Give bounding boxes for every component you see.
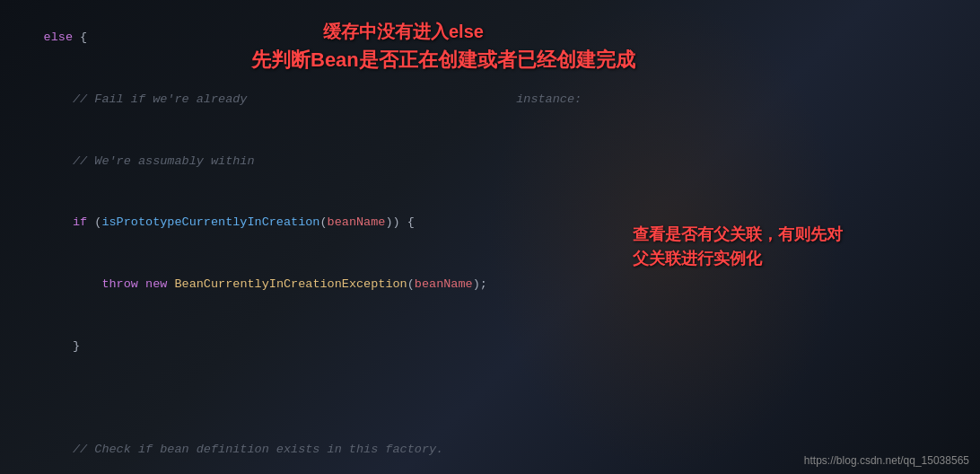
watermark: https://blog.csdn.net/qq_15038565 xyxy=(804,454,969,467)
fn-isprototype: isPrototypeCurrentlyInCreation xyxy=(101,215,319,229)
code-container: else { // Fail if we're already instance… xyxy=(0,0,980,474)
keyword-throw: throw xyxy=(101,277,138,291)
code-line-5: throw new BeanCurrentlyInCreationExcepti… xyxy=(0,254,980,316)
code-line-1: else { xyxy=(0,7,980,69)
var-beanname-1: beanName xyxy=(328,215,386,229)
comment-check: // Check if bean definition exists in th… xyxy=(73,443,443,456)
code-line-8 xyxy=(0,399,980,419)
keyword-new: new xyxy=(145,277,167,291)
code-line-4: if (isPrototypeCurrentlyInCreation(beanN… xyxy=(0,192,980,254)
type-beancurrently: BeanCurrentlyInCreationException xyxy=(174,277,407,291)
comment-fail: // Fail if we're already xyxy=(73,92,255,106)
comment-assumably: // We're assumably within xyxy=(73,154,255,168)
code-line-2: // Fail if we're already instance: xyxy=(0,69,980,131)
var-beanname-2: beanName xyxy=(415,277,473,291)
code-line-6: } xyxy=(0,316,980,378)
code-line-3: // We're assumably within xyxy=(0,131,980,193)
code-line-7 xyxy=(0,378,980,399)
keyword-if-1: if xyxy=(73,215,87,229)
keyword-else: else xyxy=(44,31,73,44)
